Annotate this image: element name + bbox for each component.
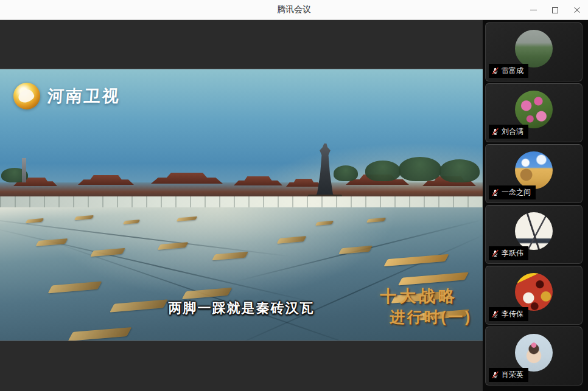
- participant-name-tag: 雷富成: [489, 64, 528, 78]
- shared-video-frame: 河南卫视 两脚一踩就是秦砖汉瓦 十大战略 进行时(一): [0, 69, 483, 341]
- watermark-line1: 十大战略: [380, 285, 472, 307]
- window-controls: [522, 0, 588, 20]
- participant-name-tag: 李传保: [489, 307, 528, 321]
- channel-logo: 河南卫视: [13, 83, 121, 109]
- stone-balustrade: [0, 196, 483, 209]
- close-icon: [573, 7, 581, 14]
- close-button[interactable]: [566, 0, 588, 20]
- participant-avatar: [515, 91, 553, 128]
- watermark-line2: 进行时(一): [380, 307, 472, 327]
- participant-tile[interactable]: 雷富成: [485, 22, 583, 81]
- mic-muted-icon: [491, 189, 499, 196]
- mic-muted-icon: [491, 310, 499, 318]
- participant-name-tag: 李跃伟: [489, 246, 528, 260]
- participants-sidebar: 雷富成 刘合满 一念之间 李跃伟: [483, 20, 588, 391]
- maximize-icon: [552, 7, 558, 13]
- participant-avatar: [515, 334, 553, 372]
- participant-name: 李传保: [502, 309, 523, 319]
- participant-name-tag: 肖荣英: [489, 368, 528, 382]
- participant-tile[interactable]: 李跃伟: [485, 205, 583, 264]
- participant-name: 李跃伟: [502, 248, 523, 258]
- participant-avatar: [515, 30, 553, 67]
- participant-name: 肖荣英: [502, 370, 523, 380]
- channel-logo-text: 河南卫视: [47, 85, 122, 107]
- participant-avatar: [515, 212, 553, 250]
- participant-avatar: [515, 273, 553, 311]
- shared-screen-area: 河南卫视 两脚一踩就是秦砖汉瓦 十大战略 进行时(一): [0, 20, 483, 391]
- mic-muted-icon: [491, 67, 499, 75]
- participant-tile[interactable]: 肖荣英: [485, 327, 583, 386]
- program-watermark: 十大战略 进行时(一): [380, 285, 472, 327]
- maximize-button[interactable]: [544, 0, 566, 20]
- participant-name-tag: 一念之间: [489, 185, 536, 199]
- participant-name: 刘合满: [502, 126, 523, 137]
- minimize-icon: [530, 10, 537, 10]
- participant-tile[interactable]: 刘合满: [485, 83, 583, 142]
- participant-tile[interactable]: 一念之间: [485, 144, 583, 203]
- title-bar: 腾讯会议: [0, 0, 588, 20]
- mic-muted-icon: [491, 249, 499, 257]
- distant-tower: [22, 158, 26, 182]
- window-title: 腾讯会议: [277, 4, 311, 15]
- meeting-content: 河南卫视 两脚一踩就是秦砖汉瓦 十大战略 进行时(一) 雷富成 刘合满: [0, 20, 588, 391]
- mic-muted-icon: [491, 371, 499, 379]
- henan-tv-logo-icon: [13, 83, 40, 109]
- participant-name-tag: 刘合满: [489, 125, 528, 139]
- participant-avatar: [515, 151, 553, 189]
- mic-muted-icon: [491, 128, 499, 136]
- participant-name: 一念之间: [502, 187, 531, 198]
- participant-tile[interactable]: 李传保: [485, 266, 583, 325]
- minimize-button[interactable]: [522, 0, 544, 20]
- participant-name: 雷富成: [502, 66, 523, 76]
